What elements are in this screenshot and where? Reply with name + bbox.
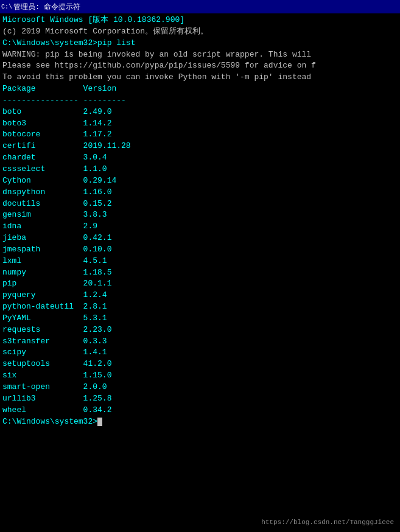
console-area: Microsoft Windows [版本 10.0.18362.900](c)… [0, 13, 400, 532]
console-line: idna 2.9 [2, 221, 398, 233]
console-line: Microsoft Windows [版本 10.0.18362.900] [2, 15, 398, 26]
console-line: docutils 0.15.2 [2, 198, 398, 210]
console-line: smart-open 2.0.0 [2, 382, 398, 393]
console-line: s3transfer 0.3.3 [2, 336, 398, 348]
console-line: setuptools 41.2.0 [2, 359, 398, 370]
console-line: numpy 1.18.5 [2, 267, 398, 279]
title-bar-label: 管理员: 命令提示符 [13, 2, 80, 12]
console-line: PyYAML 5.3.1 [2, 313, 398, 324]
console-line: jieba 0.42.1 [2, 233, 398, 244]
console-line: ---------------- --------- [2, 95, 398, 107]
console-line: urllib3 1.25.8 [2, 393, 398, 405]
console-line: WARNING: pip is being invoked by an old … [2, 49, 398, 61]
console-line: To avoid this problem you can invoke Pyt… [2, 72, 398, 83]
console-line: chardet 3.0.4 [2, 152, 398, 164]
console-line: botocore 1.17.2 [2, 129, 398, 141]
console-line: wheel 0.34.2 [2, 405, 398, 416]
console-line: dnspython 1.16.0 [2, 187, 398, 198]
console-line: pyquery 1.2.4 [2, 290, 398, 301]
watermark: https://blog.csdn.net/TangggJieee [261, 519, 394, 526]
console-line: python-dateutil 2.8.1 [2, 301, 398, 313]
console-line: (c) 2019 Microsoft Corporation。保留所有权利。 [2, 26, 398, 38]
console-line: cssselect 1.1.0 [2, 164, 398, 175]
console-line: jmespath 0.10.0 [2, 244, 398, 256]
console-line: lxml 4.5.1 [2, 256, 398, 267]
cmd-icon: C:\ [2, 2, 11, 11]
cursor [97, 418, 102, 426]
console-output: Microsoft Windows [版本 10.0.18362.900](c)… [2, 15, 398, 427]
console-line: Please see https://github.com/pypa/pip/i… [2, 60, 398, 72]
console-line: requests 2.23.0 [2, 324, 398, 336]
console-line: gensim 3.8.3 [2, 209, 398, 221]
console-line: scipy 1.4.1 [2, 347, 398, 359]
console-line: boto3 1.14.2 [2, 118, 398, 130]
console-line: certifi 2019.11.28 [2, 141, 398, 152]
console-line: Package Version [2, 83, 398, 95]
console-line: Cython 0.29.14 [2, 175, 398, 187]
console-line: boto 2.49.0 [2, 107, 398, 118]
console-line: pip 20.1.1 [2, 278, 398, 290]
console-line: C:\Windows\system32> [2, 416, 398, 428]
console-line: C:\Windows\system32>pip list [2, 38, 398, 49]
title-bar: C:\ 管理员: 命令提示符 [0, 0, 400, 13]
console-line: six 1.15.0 [2, 370, 398, 382]
